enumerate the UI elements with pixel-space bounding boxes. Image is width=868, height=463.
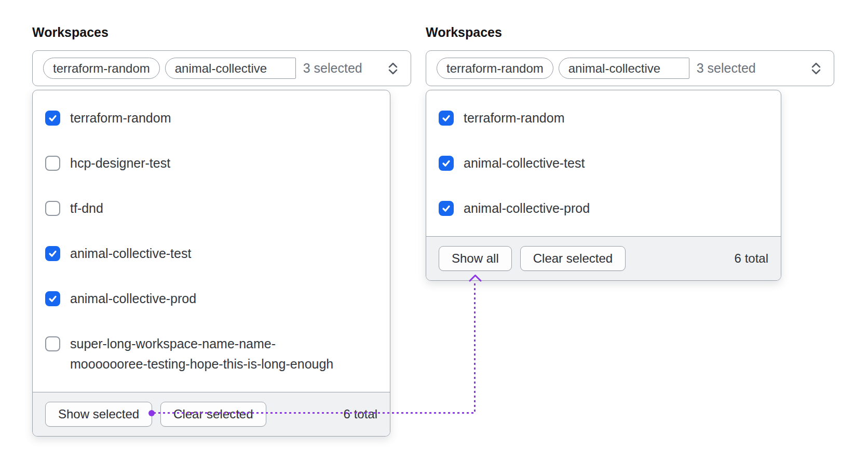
check-icon	[48, 249, 58, 258]
check-icon	[48, 294, 58, 304]
option-row[interactable]: terraform-random	[426, 96, 781, 141]
option-row[interactable]: super-long-workspace-name-name- moooooor…	[33, 321, 390, 387]
total-count: 6 total	[735, 251, 768, 266]
checkbox[interactable]	[45, 246, 60, 261]
checkbox[interactable]	[45, 111, 60, 126]
option-label: super-long-workspace-name-name- moooooor…	[70, 334, 333, 374]
selected-count: 3 selected	[303, 61, 362, 76]
checkbox[interactable]	[45, 336, 60, 351]
check-icon	[441, 158, 451, 168]
options-listbox: terraform-random animal-collective-test …	[426, 90, 781, 236]
selected-count: 3 selected	[697, 61, 756, 76]
option-row[interactable]: animal-collective-prod	[426, 186, 781, 231]
selected-tag-clipped[interactable]: animal-collective	[165, 58, 296, 79]
checkbox[interactable]	[45, 291, 60, 306]
option-row[interactable]: tf-dnd	[33, 186, 390, 231]
multiselect-trigger[interactable]: terraform-random animal-collective 3 sel…	[32, 50, 411, 86]
option-label: animal-collective-prod	[70, 289, 196, 309]
options-listbox: terraform-random hcp-designer-test tf-dn…	[33, 90, 390, 392]
total-count: 6 total	[344, 407, 377, 421]
show-all-button[interactable]: Show all	[439, 246, 512, 271]
workspaces-multiselect-left: Workspaces terraform-random animal-colle…	[32, 25, 390, 437]
checkbox[interactable]	[439, 201, 454, 216]
option-label: hcp-designer-test	[70, 153, 170, 173]
option-row[interactable]: animal-collective-test	[426, 141, 781, 186]
chevron-up-down-icon	[386, 61, 400, 76]
listbox-footer: Show all Clear selected 6 total	[426, 236, 781, 280]
workspaces-multiselect-right: Workspaces terraform-random animal-colle…	[426, 25, 781, 281]
clear-selected-button[interactable]: Clear selected	[160, 402, 266, 427]
checkbox[interactable]	[439, 111, 454, 126]
selected-tag[interactable]: terraform-random	[437, 58, 553, 79]
option-row[interactable]: terraform-random	[33, 96, 390, 141]
option-label: animal-collective-prod	[464, 198, 590, 219]
option-row[interactable]: animal-collective-prod	[33, 276, 390, 321]
option-label: tf-dnd	[70, 198, 103, 219]
listbox-footer: Show selected Clear selected 6 total	[33, 392, 390, 436]
option-row[interactable]: animal-collective-test	[33, 231, 390, 276]
workspaces-multiselect-demo-page: { "colors": { "checkbox_blue": "#1767f0"…	[0, 0, 868, 463]
clear-selected-button[interactable]: Clear selected	[520, 246, 626, 271]
checkbox[interactable]	[439, 156, 454, 171]
checkbox[interactable]	[45, 156, 60, 171]
checkbox[interactable]	[45, 201, 60, 216]
check-icon	[48, 113, 58, 123]
option-label: terraform-random	[464, 108, 565, 128]
options-dropdown: terraform-random animal-collective-test …	[426, 90, 781, 281]
option-label: terraform-random	[70, 108, 171, 128]
annotation-line-vertical	[474, 283, 476, 413]
selected-tag[interactable]: terraform-random	[43, 58, 160, 79]
workspaces-label: Workspaces	[32, 25, 390, 39]
selected-tag-clipped[interactable]: animal-collective	[559, 58, 689, 79]
show-selected-button[interactable]: Show selected	[45, 402, 152, 427]
option-row[interactable]: hcp-designer-test	[33, 141, 390, 186]
chevron-up-down-icon	[809, 61, 823, 76]
workspaces-label: Workspaces	[426, 25, 781, 39]
check-icon	[441, 203, 451, 213]
multiselect-trigger[interactable]: terraform-random animal-collective 3 sel…	[426, 50, 834, 86]
options-dropdown: terraform-random hcp-designer-test tf-dn…	[32, 90, 390, 437]
option-label: animal-collective-test	[464, 153, 585, 173]
check-icon	[441, 113, 451, 123]
option-label: animal-collective-test	[70, 243, 191, 264]
